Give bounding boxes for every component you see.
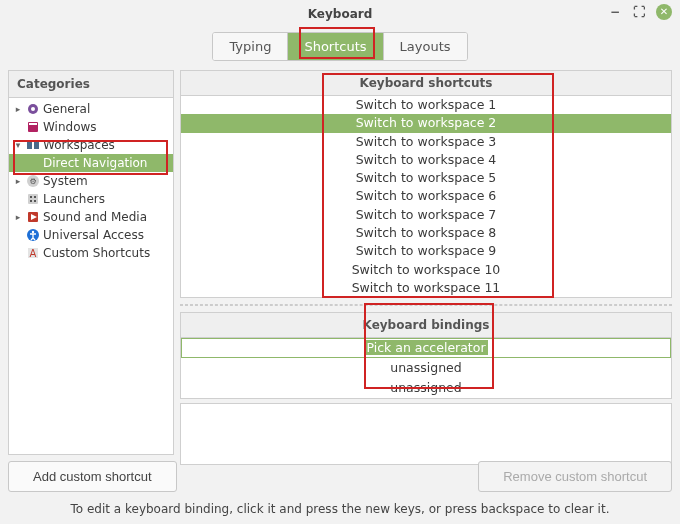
shortcuts-list[interactable]: Switch to workspace 1Switch to workspace… bbox=[181, 96, 671, 297]
svg-rect-11 bbox=[30, 200, 32, 202]
category-label: Launchers bbox=[43, 192, 105, 206]
svg-rect-12 bbox=[34, 200, 36, 202]
shortcuts-header: Keyboard shortcuts bbox=[181, 71, 671, 96]
categories-panel: Categories ▸GeneralWindows▾WorkspacesDir… bbox=[8, 70, 174, 455]
expand-icon[interactable]: ▸ bbox=[13, 176, 23, 186]
svg-rect-9 bbox=[30, 196, 32, 198]
category-label: Sound and Media bbox=[43, 210, 147, 224]
category-launchers[interactable]: Launchers bbox=[9, 190, 173, 208]
svg-text:⚙: ⚙ bbox=[29, 177, 36, 186]
category-sound-and-media[interactable]: ▸Sound and Media bbox=[9, 208, 173, 226]
window-title: Keyboard bbox=[308, 7, 373, 21]
shortcut-row[interactable]: Switch to workspace 9 bbox=[181, 242, 671, 260]
binding-row[interactable]: Pick an accelerator bbox=[181, 338, 671, 358]
expand-icon[interactable]: ▸ bbox=[13, 212, 23, 222]
tab-typing[interactable]: Typing bbox=[213, 33, 288, 60]
category-label: Universal Access bbox=[43, 228, 144, 242]
shortcut-row[interactable]: Switch to workspace 8 bbox=[181, 224, 671, 242]
maximize-button[interactable]: ⛶ bbox=[632, 5, 646, 19]
bindings-panel: Keyboard bindings Pick an acceleratoruna… bbox=[180, 312, 672, 399]
binding-row[interactable]: unassigned bbox=[181, 378, 671, 398]
titlebar: Keyboard − ⛶ ✕ bbox=[0, 0, 680, 28]
tab-group: TypingShortcutsLayouts bbox=[212, 32, 467, 61]
shortcut-row[interactable]: Switch to workspace 7 bbox=[181, 206, 671, 224]
shortcuts-panel: Keyboard shortcuts Switch to workspace 1… bbox=[180, 70, 672, 298]
svg-rect-4 bbox=[27, 141, 32, 149]
panel-divider[interactable] bbox=[180, 304, 672, 306]
binding-label: unassigned bbox=[390, 380, 461, 395]
collapse-icon[interactable]: ▾ bbox=[13, 140, 23, 150]
windows-icon bbox=[26, 120, 40, 134]
tab-layouts[interactable]: Layouts bbox=[384, 33, 467, 60]
shortcut-row[interactable]: Switch to workspace 1 bbox=[181, 96, 671, 114]
category-label: System bbox=[43, 174, 88, 188]
minimize-button[interactable]: − bbox=[608, 5, 622, 19]
shortcut-row[interactable]: Switch to workspace 6 bbox=[181, 187, 671, 205]
close-button[interactable]: ✕ bbox=[656, 4, 672, 20]
svg-text:A: A bbox=[30, 248, 37, 259]
launchers-icon bbox=[26, 192, 40, 206]
category-general[interactable]: ▸General bbox=[9, 100, 173, 118]
tab-row: TypingShortcutsLayouts bbox=[0, 28, 680, 64]
workspaces-icon bbox=[26, 138, 40, 152]
binding-row[interactable]: unassigned bbox=[181, 358, 671, 378]
svg-point-16 bbox=[32, 231, 34, 233]
media-icon bbox=[26, 210, 40, 224]
category-universal-access[interactable]: Universal Access bbox=[9, 226, 173, 244]
shortcut-row[interactable]: Switch to workspace 2 bbox=[181, 114, 671, 132]
category-label: General bbox=[43, 102, 90, 116]
category-windows[interactable]: Windows bbox=[9, 118, 173, 136]
shortcut-row[interactable]: Switch to workspace 3 bbox=[181, 133, 671, 151]
window-controls: − ⛶ ✕ bbox=[608, 4, 672, 20]
tab-shortcuts[interactable]: Shortcuts bbox=[288, 33, 383, 60]
category-label: Custom Shortcuts bbox=[43, 246, 150, 260]
settings-window: Keyboard − ⛶ ✕ TypingShortcutsLayouts Ca… bbox=[0, 0, 680, 524]
svg-rect-10 bbox=[34, 196, 36, 198]
system-icon: ⚙ bbox=[26, 174, 40, 188]
binding-label: Pick an accelerator bbox=[364, 340, 487, 355]
expand-icon[interactable]: ▸ bbox=[13, 104, 23, 114]
categories-header: Categories bbox=[9, 71, 173, 98]
add-custom-shortcut-button[interactable]: Add custom shortcut bbox=[8, 461, 177, 492]
category-label: Workspaces bbox=[43, 138, 115, 152]
category-child-direct-navigation[interactable]: Direct Navigation bbox=[9, 154, 173, 172]
category-child-label: Direct Navigation bbox=[43, 156, 147, 170]
bindings-header: Keyboard bindings bbox=[181, 313, 671, 338]
general-icon bbox=[26, 102, 40, 116]
custom-icon: A bbox=[26, 246, 40, 260]
svg-rect-8 bbox=[28, 194, 38, 204]
svg-rect-3 bbox=[29, 123, 37, 125]
shortcut-row[interactable]: Switch to workspace 4 bbox=[181, 151, 671, 169]
category-custom-shortcuts[interactable]: ACustom Shortcuts bbox=[9, 244, 173, 262]
shortcut-row[interactable]: Switch to workspace 5 bbox=[181, 169, 671, 187]
bindings-list[interactable]: Pick an acceleratorunassignedunassigned bbox=[181, 338, 671, 398]
category-system[interactable]: ▸⚙System bbox=[9, 172, 173, 190]
category-workspaces[interactable]: ▾Workspaces bbox=[9, 136, 173, 154]
svg-point-1 bbox=[31, 107, 35, 111]
binding-label: unassigned bbox=[390, 360, 461, 375]
categories-tree[interactable]: ▸GeneralWindows▾WorkspacesDirect Navigat… bbox=[9, 98, 173, 454]
shortcut-row[interactable]: Switch to workspace 11 bbox=[181, 279, 671, 297]
svg-rect-5 bbox=[34, 141, 39, 149]
button-row: Add custom shortcut Remove custom shortc… bbox=[0, 455, 680, 498]
access-icon bbox=[26, 228, 40, 242]
category-label: Windows bbox=[43, 120, 97, 134]
shortcut-row[interactable]: Switch to workspace 10 bbox=[181, 261, 671, 279]
remove-custom-shortcut-button: Remove custom shortcut bbox=[478, 461, 672, 492]
hint-text: To edit a keyboard binding, click it and… bbox=[0, 498, 680, 524]
